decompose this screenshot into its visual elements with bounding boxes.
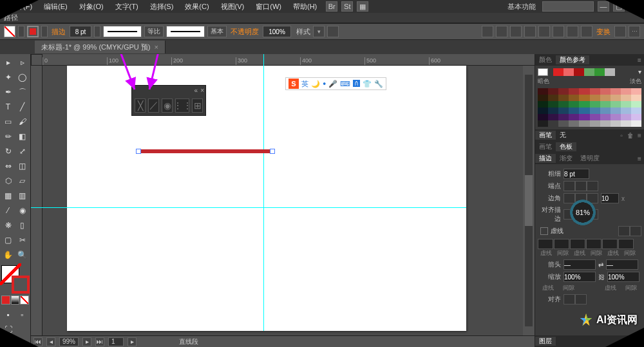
ime-face-icon[interactable]: ꔷ xyxy=(323,80,326,88)
align-right-icon[interactable] xyxy=(510,26,522,37)
shape-builder-tool-icon[interactable]: ⬡ xyxy=(1,174,15,188)
color-mode-icon[interactable] xyxy=(1,295,10,305)
menu-effect[interactable]: 效果(C) xyxy=(180,1,214,13)
hand-tool-icon[interactable]: ✋ xyxy=(1,248,15,262)
ime-toolbar[interactable]: S 英 🌙 ꔷ 🎤 ⌨ 🅰 👕 🔧 xyxy=(285,77,386,90)
brush-flyout-panel[interactable]: « × ╳ ／ ◉ ⋮⋮ ⊞ xyxy=(131,85,206,116)
rectangle-tool-icon[interactable]: ▭ xyxy=(1,115,15,129)
align-middle-icon[interactable] xyxy=(538,26,550,37)
dash-preserve-icon[interactable] xyxy=(618,226,630,236)
ime-lang[interactable]: 英 xyxy=(301,79,308,89)
bridge-icon[interactable]: Br xyxy=(326,1,337,12)
style-dropdown-icon[interactable]: ▾ xyxy=(313,26,325,37)
profile-preview[interactable] xyxy=(103,26,142,37)
harmony-swatches[interactable]: ▾ xyxy=(538,68,641,76)
weight-input[interactable] xyxy=(564,169,589,179)
align-left-icon[interactable] xyxy=(482,26,493,37)
gradient-tool-icon[interactable]: ▥ xyxy=(15,189,29,203)
horizontal-guide[interactable] xyxy=(31,207,466,208)
none-mode-icon[interactable] xyxy=(20,295,29,305)
arrow-scale-b-input[interactable] xyxy=(607,272,639,282)
align-center-icon[interactable] xyxy=(496,26,507,37)
panel-menu-icon[interactable]: ≡ xyxy=(635,57,644,64)
ime-a-icon[interactable]: 🅰 xyxy=(353,80,360,88)
dash-1-input[interactable] xyxy=(538,239,553,249)
brush-slot-5[interactable]: ⊞ xyxy=(192,98,203,113)
arrow-scale-a-input[interactable] xyxy=(564,272,596,282)
cap-round-icon[interactable] xyxy=(575,181,587,191)
stroke-weight-input[interactable]: 8 pt xyxy=(70,26,91,37)
gradient-mode-icon[interactable] xyxy=(11,295,20,305)
tab-close-icon[interactable]: × xyxy=(154,43,158,51)
menu-view[interactable]: 视图(V) xyxy=(216,1,250,13)
next-artboard-icon[interactable]: ▸ xyxy=(82,337,91,346)
menu-window[interactable]: 窗口(W) xyxy=(251,1,287,13)
zoom-level[interactable]: 99% xyxy=(59,337,79,346)
panel-close-icon[interactable]: × xyxy=(200,87,204,94)
type-tool-icon[interactable]: T xyxy=(1,100,15,114)
tab-brush[interactable]: 画笔 xyxy=(535,131,556,140)
panel-menu-icon[interactable]: ≡ xyxy=(635,155,644,162)
menu-edit[interactable]: 编辑(E) xyxy=(39,1,73,13)
cap-square-icon[interactable] xyxy=(587,181,598,191)
gap-1-input[interactable] xyxy=(554,239,569,249)
dash-2-input[interactable] xyxy=(570,239,585,249)
miter-limit-input[interactable] xyxy=(601,193,619,203)
curvature-tool-icon[interactable]: ⌒ xyxy=(15,85,29,99)
vertical-scrollbar[interactable] xyxy=(523,66,535,335)
arrow-end-select[interactable] xyxy=(606,259,638,270)
panel-menu-icon[interactable]: ≡ xyxy=(635,132,644,139)
gap-3-input[interactable] xyxy=(618,239,634,249)
mesh-tool-icon[interactable]: ▦ xyxy=(1,189,15,203)
dash-checkbox[interactable] xyxy=(540,227,548,235)
color-mode-buttons[interactable] xyxy=(1,295,29,305)
pen-tool-icon[interactable]: ✒ xyxy=(1,85,15,99)
align-top-icon[interactable] xyxy=(524,26,536,37)
free-transform-tool-icon[interactable]: ◫ xyxy=(15,159,29,173)
opacity-input[interactable]: 100% xyxy=(263,26,291,37)
artboard-number[interactable]: 1 xyxy=(108,337,124,346)
fill-dropdown-icon[interactable] xyxy=(18,26,24,37)
horizontal-ruler[interactable]: 0100200300400500600 xyxy=(43,54,535,66)
lasso-tool-icon[interactable]: ◯ xyxy=(15,70,29,84)
menu-text[interactable]: 文字(T) xyxy=(110,1,144,13)
brush-slot-3[interactable]: ◉ xyxy=(162,98,173,113)
stroke-dropdown-icon[interactable] xyxy=(41,26,48,37)
stock-icon[interactable]: St xyxy=(341,1,353,12)
cap-butt-icon[interactable] xyxy=(564,181,575,191)
ime-moon-icon[interactable]: 🌙 xyxy=(311,80,320,88)
brush-tool-icon[interactable]: 🖌 xyxy=(15,115,29,129)
eyedropper-tool-icon[interactable]: ⁄ xyxy=(1,203,15,218)
menu-select[interactable]: 选择(S) xyxy=(145,1,179,13)
brush-slot-basic[interactable]: ／ xyxy=(148,98,159,113)
rotate-tool-icon[interactable]: ↻ xyxy=(1,144,15,158)
scale-tool-icon[interactable]: ⤢ xyxy=(15,144,29,158)
brush-slot-none[interactable]: ╳ xyxy=(135,98,146,113)
document-tab[interactable]: 未标题-1* @ 99% (CMYK/GPU 预) × xyxy=(35,41,166,53)
isolate-icon[interactable] xyxy=(614,26,626,37)
recolor-icon[interactable] xyxy=(327,26,339,37)
tab-stroke[interactable]: 描边 xyxy=(535,154,556,163)
line-segment-object[interactable] xyxy=(138,149,273,153)
line-tool-icon[interactable]: ╱ xyxy=(15,100,29,114)
arrow-start-select[interactable] xyxy=(564,259,596,270)
tab-swatches[interactable]: 色板 xyxy=(556,142,576,151)
symbol-sprayer-tool-icon[interactable]: ❋ xyxy=(1,218,15,232)
blend-tool-icon[interactable]: ◉ xyxy=(15,203,29,218)
shaper-tool-icon[interactable]: ✏ xyxy=(1,129,15,144)
search-input[interactable] xyxy=(542,1,594,12)
stroke-indicator[interactable] xyxy=(12,276,30,294)
zoom-tool-icon[interactable]: 🔍 xyxy=(15,248,29,262)
tab-brushes2[interactable]: 画笔 xyxy=(535,142,556,151)
brush-new-icon[interactable]: ▫ xyxy=(617,132,626,139)
brush-slot-4[interactable]: ⋮⋮ xyxy=(175,98,189,113)
magic-wand-tool-icon[interactable]: ✦ xyxy=(1,70,15,84)
menu-object[interactable]: 对象(O) xyxy=(74,1,109,13)
stroke-swatch[interactable] xyxy=(27,26,39,37)
vertical-ruler[interactable] xyxy=(31,66,43,335)
stroke-weight-stepper-icon[interactable] xyxy=(94,26,100,37)
swap-arrows-icon[interactable]: ⇄ xyxy=(598,261,603,268)
tab-color[interactable]: 颜色 xyxy=(535,55,556,64)
arrow-align-tip-icon[interactable] xyxy=(564,294,575,305)
eraser-tool-icon[interactable]: ◧ xyxy=(15,129,29,144)
